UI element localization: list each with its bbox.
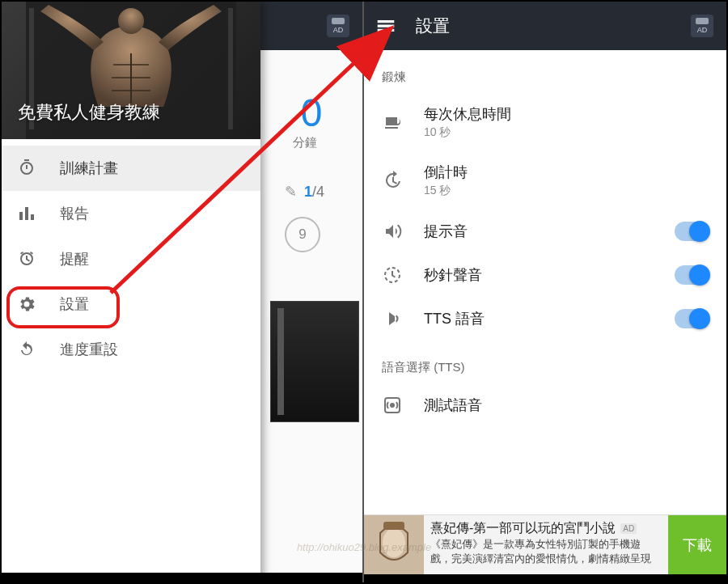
sidebar-item-reset[interactable]: 進度重設: [2, 327, 260, 372]
ad-badge-icon[interactable]: AD: [325, 13, 351, 39]
right-system-navbar: [364, 574, 726, 582]
right-topbar: 設置 AD: [364, 2, 726, 50]
setting-title: 測試語音: [424, 396, 709, 415]
section-header-tts-select: 語音選擇 (TTS): [364, 355, 726, 383]
sidebar-item-training-plan[interactable]: 訓練計畫: [2, 146, 260, 191]
ad-body: 熹妃傳-第一部可以玩的宮鬥小說 AD 《熹妃傳》是一款專為女性特別訂製的手機遊 …: [424, 515, 668, 574]
left-background-content: 0 分鐘 ✎ 1/4 9: [260, 50, 362, 582]
section-header-training: 鍛煉: [364, 65, 726, 93]
progress-ratio: ✎ 1/4: [260, 183, 362, 201]
svg-rect-15: [696, 18, 709, 24]
setting-title: 提示音: [424, 222, 654, 241]
surround-icon: [382, 395, 403, 416]
day-circle[interactable]: 9: [285, 217, 320, 252]
setting-title: 秒針聲音: [424, 265, 654, 285]
alarm-icon: [16, 248, 37, 269]
sidebar-item-label: 設置: [60, 294, 89, 314]
cup-icon: [382, 112, 403, 133]
page-title: 設置: [416, 15, 450, 37]
sidebar-item-label: 報告: [60, 204, 89, 223]
ratio-total: /4: [312, 184, 324, 200]
toggle-sound[interactable]: [675, 222, 709, 241]
ad-line3: 戲，完美演繹清宮內的愛恨情仇，劇情精緻呈現: [430, 552, 662, 566]
reset-icon: [16, 339, 37, 360]
sidebar-item-label: 提醒: [60, 249, 89, 269]
ad-title-text: 熹妃傳-第一部可以玩的宮鬥小說: [430, 520, 616, 537]
setting-title: 倒計時: [424, 163, 709, 182]
setting-title: 每次休息時間: [424, 104, 709, 124]
setting-sound[interactable]: 提示音: [364, 209, 726, 253]
ad-line2: 《熹妃傳》是一款專為女性特別訂製的手機遊: [430, 537, 662, 552]
gear-icon: [16, 294, 37, 315]
minutes-label: 分鐘: [260, 135, 362, 150]
volume-icon: [382, 221, 403, 242]
bar-chart-icon: [16, 203, 37, 224]
svg-text:AD: AD: [333, 26, 344, 34]
drawer-title: 免費私人健身教練: [18, 100, 160, 125]
svg-rect-5: [228, 8, 233, 129]
speak-icon: [382, 308, 403, 329]
navigation-drawer: 免費私人健身教練 訓練計畫 報告: [2, 2, 260, 582]
setting-sub: 10 秒: [424, 125, 709, 140]
exercise-thumbnail[interactable]: [270, 301, 359, 422]
setting-tts[interactable]: TTS 語音: [364, 297, 726, 341]
svg-point-21: [383, 528, 405, 557]
setting-sub: 15 秒: [424, 184, 709, 198]
svg-point-6: [118, 8, 144, 34]
toggle-tick[interactable]: [675, 265, 709, 285]
setting-title: TTS 語音: [424, 309, 654, 328]
sidebar-item-label: 訓練計畫: [60, 159, 118, 178]
pencil-icon[interactable]: ✎: [285, 184, 297, 200]
hamburger-menu-button[interactable]: [375, 15, 396, 36]
ad-thumbnail: [364, 515, 424, 574]
stopwatch-icon: [16, 158, 37, 179]
svg-rect-12: [25, 207, 28, 220]
ad-download-button[interactable]: 下載: [668, 515, 726, 574]
svg-rect-1: [332, 18, 345, 24]
drawer-list: 訓練計畫 報告 提醒: [2, 139, 260, 582]
ratio-current: 1: [304, 184, 312, 200]
svg-rect-11: [19, 212, 23, 220]
setting-countdown[interactable]: 倒計時 15 秒: [364, 151, 726, 209]
history-icon: [382, 170, 403, 191]
right-screen: 設置 AD 鍛煉 每次休息時間 10 秒 倒計: [364, 2, 726, 582]
toggle-tts[interactable]: [675, 309, 709, 328]
setting-tick-sound[interactable]: 秒針聲音: [364, 253, 726, 297]
setting-rest-time[interactable]: 每次休息時間 10 秒: [364, 93, 726, 151]
sidebar-item-label: 進度重設: [60, 340, 118, 359]
clock-tick-icon: [382, 264, 403, 286]
left-screen: AD 0 分鐘 ✎ 1/4 9: [2, 2, 364, 582]
sidebar-item-reminder[interactable]: 提醒: [2, 236, 260, 281]
drawer-header: 免費私人健身教練: [2, 2, 260, 139]
setting-test-voice[interactable]: 測試語音: [364, 383, 726, 427]
svg-rect-13: [31, 214, 34, 220]
sidebar-item-settings[interactable]: 設置: [2, 281, 260, 327]
svg-point-19: [390, 403, 395, 408]
ad-banner[interactable]: 熹妃傳-第一部可以玩的宮鬥小說 AD 《熹妃傳》是一款專為女性特別訂製的手機遊 …: [364, 514, 726, 574]
sidebar-item-report[interactable]: 報告: [2, 191, 260, 236]
left-system-navbar: [2, 573, 362, 582]
svg-rect-22: [383, 522, 404, 530]
ad-badge-icon[interactable]: AD: [689, 13, 715, 39]
workout-minutes-value: 0: [260, 91, 362, 135]
svg-text:AD: AD: [697, 26, 708, 34]
ad-badge-label: AD: [620, 523, 637, 534]
settings-list: 鍛煉 每次休息時間 10 秒 倒計時 15 秒: [364, 50, 726, 582]
